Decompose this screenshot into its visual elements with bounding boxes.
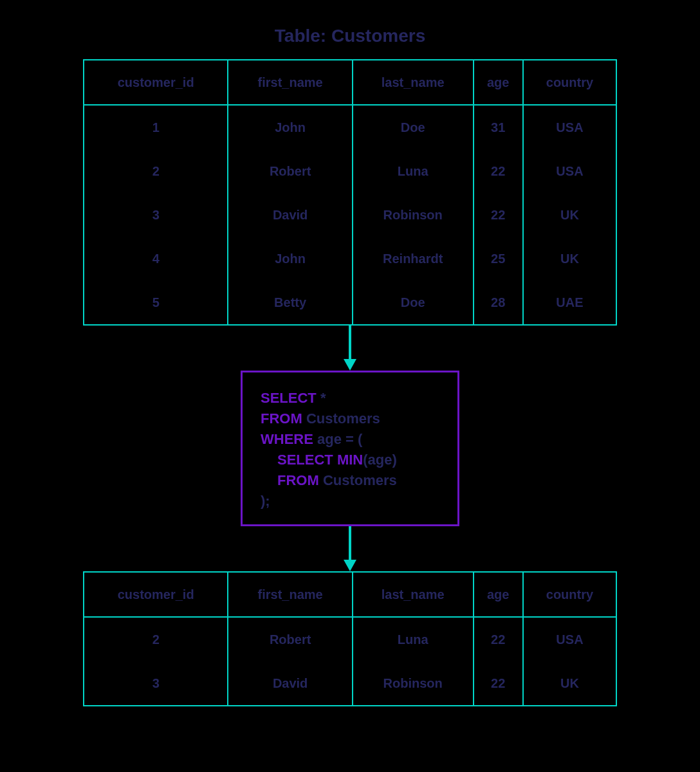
column-header: customer_id	[84, 60, 228, 105]
table-cell: David	[228, 661, 352, 706]
table-cell: 22	[474, 193, 523, 237]
table-cell: 2	[84, 149, 228, 193]
column-header: last_name	[353, 60, 474, 105]
table-cell: UK	[523, 237, 616, 280]
table-cell: 1	[84, 105, 228, 149]
table-cell: Betty	[228, 280, 352, 325]
table-cell: 22	[474, 617, 523, 661]
column-header: first_name	[228, 60, 352, 105]
table-cell: Luna	[353, 149, 474, 193]
column-header: first_name	[228, 572, 352, 617]
table-cell: 3	[84, 661, 228, 706]
table-cell: Robinson	[353, 193, 474, 237]
table-cell: Robert	[228, 617, 352, 661]
column-header: country	[523, 60, 616, 105]
diagram-title: Table: Customers	[39, 26, 661, 46]
column-header: last_name	[353, 572, 474, 617]
table-cell: John	[228, 237, 352, 280]
arrow-down-icon	[39, 326, 661, 371]
table-row: 5BettyDoe28UAE	[84, 280, 616, 325]
table-cell: David	[228, 193, 352, 237]
table-cell: Doe	[353, 105, 474, 149]
table-cell: Luna	[353, 617, 474, 661]
sql-line: WHERE age = (	[261, 429, 443, 450]
sql-line: FROM Customers	[261, 409, 443, 429]
table-cell: Doe	[353, 280, 474, 325]
table-row: 1JohnDoe31USA	[84, 105, 616, 149]
column-header: country	[523, 572, 616, 617]
column-header: age	[474, 60, 523, 105]
sql-line: SELECT *	[261, 388, 443, 409]
sql-line: );	[261, 491, 443, 511]
table-row: 2RobertLuna22USA	[84, 617, 616, 661]
source-table: customer_idfirst_namelast_nameagecountry…	[83, 59, 617, 326]
svg-marker-1	[344, 359, 356, 371]
table-cell: 22	[474, 661, 523, 706]
table-row: 4JohnReinhardt25UK	[84, 237, 616, 280]
sql-line: SELECT MIN(age)	[261, 450, 443, 470]
table-cell: John	[228, 105, 352, 149]
table-row: 3DavidRobinson22UK	[84, 661, 616, 706]
table-cell: USA	[523, 149, 616, 193]
table-cell: 25	[474, 237, 523, 280]
sql-line: FROM Customers	[261, 470, 443, 491]
sql-query-box: SELECT *FROM CustomersWHERE age = (SELEC…	[241, 371, 459, 526]
column-header: customer_id	[84, 572, 228, 617]
table-cell: 4	[84, 237, 228, 280]
table-cell: 28	[474, 280, 523, 325]
svg-marker-3	[344, 560, 356, 571]
table-cell: USA	[523, 617, 616, 661]
table-cell: 3	[84, 193, 228, 237]
table-cell: Robinson	[353, 661, 474, 706]
table-row: 2RobertLuna22USA	[84, 149, 616, 193]
table-cell: 2	[84, 617, 228, 661]
table-cell: UAE	[523, 280, 616, 325]
table-cell: UK	[523, 661, 616, 706]
table-cell: Reinhardt	[353, 237, 474, 280]
table-cell: USA	[523, 105, 616, 149]
table-cell: 5	[84, 280, 228, 325]
table-cell: UK	[523, 193, 616, 237]
arrow-down-icon	[39, 526, 661, 571]
table-row: 3DavidRobinson22UK	[84, 193, 616, 237]
table-cell: Robert	[228, 149, 352, 193]
table-cell: 31	[474, 105, 523, 149]
column-header: age	[474, 572, 523, 617]
table-cell: 22	[474, 149, 523, 193]
result-table: customer_idfirst_namelast_nameagecountry…	[83, 571, 617, 706]
